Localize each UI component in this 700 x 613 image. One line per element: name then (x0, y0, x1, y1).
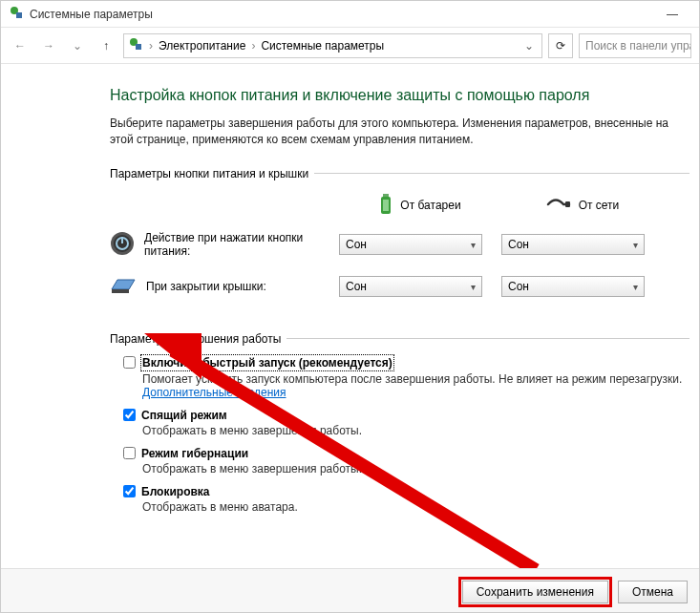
hibernate-title: Режим гибернации (141, 447, 248, 460)
power-options-icon (128, 36, 143, 54)
svg-rect-6 (383, 200, 389, 211)
shutdown-settings-group: Параметры завершения работы Включить быс… (110, 332, 689, 523)
footer: Сохранить изменения Отмена (1, 568, 699, 613)
save-button[interactable]: Сохранить изменения (462, 581, 608, 603)
power-button-action-label: Действие при нажатии кнопки питания: (144, 231, 316, 258)
search-input[interactable]: Поиск в панели упра (579, 33, 691, 58)
power-button-battery-select[interactable]: Сон▾ (339, 234, 482, 255)
chevron-down-icon: ▾ (471, 240, 476, 250)
cancel-button[interactable]: Отмена (618, 581, 688, 603)
fast-startup-desc: Помогает ускорить запуск компьютера посл… (142, 372, 682, 386)
svg-rect-12 (112, 289, 129, 293)
lock-option: Блокировка Отображать в меню аватара. (123, 485, 689, 514)
battery-icon (379, 194, 392, 218)
page-title: Настройка кнопок питания и включение защ… (110, 87, 689, 104)
plugged-label: От сети (579, 199, 620, 212)
hibernate-option: Режим гибернации Отображать в меню завер… (123, 447, 689, 476)
minimize-button[interactable]: — (653, 4, 691, 25)
lock-desc: Отображать в меню аватара. (142, 500, 689, 514)
chevron-down-icon: ▾ (633, 282, 638, 292)
toolbar: ← → ⌄ ↑ › Электропитание › Системные пар… (1, 28, 699, 64)
svg-rect-3 (136, 44, 141, 50)
forward-button[interactable]: → (37, 34, 60, 57)
back-button[interactable]: ← (9, 34, 32, 57)
history-dropdown[interactable]: ⌄ (66, 34, 89, 57)
lid-battery-select[interactable]: Сон▾ (339, 276, 482, 297)
sleep-desc: Отображать в меню завершения работы. (142, 424, 689, 437)
lock-checkbox[interactable] (123, 485, 136, 497)
app-icon (9, 5, 24, 23)
titlebar: Системные параметры — (1, 1, 699, 28)
button-lid-group: Параметры кнопки питания и крышки От бат… (110, 167, 689, 315)
window-title: Системные параметры (30, 8, 153, 21)
fast-startup-checkbox[interactable] (123, 356, 136, 369)
lid-close-label: При закрытии крышки: (146, 280, 266, 293)
breadcrumb-power[interactable]: Электропитание (159, 39, 245, 53)
fast-startup-title: Включить быстрый запуск (рекомендуется) (142, 356, 392, 370)
svg-rect-4 (383, 194, 389, 197)
plug-icon (546, 198, 571, 214)
power-button-plugged-select[interactable]: Сон▾ (501, 234, 645, 255)
sleep-checkbox[interactable] (123, 409, 136, 421)
breadcrumb-sep-1: › (251, 39, 255, 53)
hibernate-desc: Отображать в меню завершения работы. (142, 462, 689, 476)
more-info-link[interactable]: Дополнительные сведения (142, 386, 286, 399)
lid-icon (110, 276, 137, 298)
plugged-header: От сети (501, 198, 664, 214)
refresh-button[interactable]: ⟳ (548, 33, 573, 58)
power-button-icon (110, 231, 135, 259)
hibernate-checkbox[interactable] (123, 447, 136, 459)
battery-label: От батареи (400, 199, 460, 212)
lock-title: Блокировка (141, 485, 210, 498)
lid-plugged-select[interactable]: Сон▾ (501, 276, 645, 297)
content-area: Настройка кнопок питания и включение защ… (1, 64, 699, 523)
shutdown-settings-legend: Параметры завершения работы (110, 332, 286, 346)
svg-rect-1 (16, 12, 22, 18)
page-intro: Выберите параметры завершения работы для… (110, 116, 689, 148)
breadcrumb-sep-0: › (149, 39, 153, 53)
sleep-option: Спящий режим Отображать в меню завершени… (123, 409, 689, 437)
sleep-title: Спящий режим (141, 409, 227, 422)
address-bar[interactable]: › Электропитание › Системные параметры ⌄ (123, 33, 542, 58)
fast-startup-option: Включить быстрый запуск (рекомендуется) … (123, 355, 689, 399)
chevron-down-icon: ▾ (471, 282, 476, 292)
battery-header: От батареи (339, 194, 501, 218)
chevron-down-icon: ▾ (633, 240, 638, 250)
up-button[interactable]: ↑ (95, 34, 117, 57)
address-dropdown[interactable]: ⌄ (520, 39, 538, 53)
breadcrumb-system-settings[interactable]: Системные параметры (261, 39, 384, 53)
button-lid-legend: Параметры кнопки питания и крышки (110, 167, 314, 180)
svg-rect-7 (565, 201, 570, 207)
